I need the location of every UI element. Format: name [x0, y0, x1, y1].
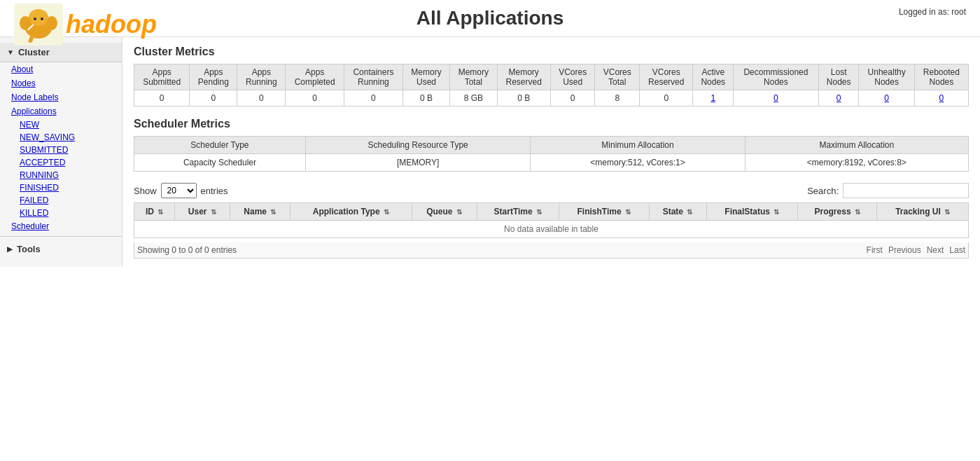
apps-header-cell[interactable]: Application Type ⇅ — [290, 203, 412, 221]
scheduler-header-cell: Scheduling Resource Type — [305, 137, 531, 154]
cluster-label: Cluster — [18, 47, 50, 57]
metrics-value-cell: 1 — [693, 90, 734, 106]
apps-header-cell[interactable]: Queue ⇅ — [412, 203, 477, 221]
datatable-show: Show 10202550100 entries — [134, 183, 228, 198]
sidebar-sub-submitted[interactable]: SUBMITTED — [0, 144, 122, 156]
sidebar-sub-finished[interactable]: FINISHED — [0, 181, 122, 194]
datatable-search: Search: — [807, 183, 969, 198]
sidebar-sub-running[interactable]: RUNNING — [0, 169, 122, 181]
metrics-header-cell: MemoryUsed — [402, 64, 449, 90]
scheduler-header-cell: Minimum Allocation — [531, 137, 745, 154]
metrics-value-link[interactable]: 0 — [939, 93, 944, 103]
hadoop-logo-text: hadoop — [66, 10, 157, 39]
applications-table: ID ⇅User ⇅Name ⇅Application Type ⇅Queue … — [134, 202, 969, 238]
tools-section-header[interactable]: ▶ Tools — [0, 240, 122, 259]
table-footer: Showing 0 to 0 of 0 entries First Previo… — [134, 242, 969, 259]
sidebar-item-nodes[interactable]: Nodes — [0, 76, 122, 90]
metrics-header-cell: RebootedNodes — [914, 64, 968, 90]
apps-header-cell[interactable]: ID ⇅ — [134, 203, 175, 221]
metrics-value-cell: 0 — [914, 90, 968, 106]
metrics-header-cell: DecommissionedNodes — [734, 64, 819, 90]
sort-icon: ⇅ — [774, 208, 779, 216]
metrics-header-cell: VCoresReserved — [640, 64, 693, 90]
apps-header-cell[interactable]: User ⇅ — [175, 203, 230, 221]
metrics-value-link[interactable]: 0 — [836, 93, 841, 103]
sort-icon: ⇅ — [158, 208, 163, 216]
apps-header-row: ID ⇅User ⇅Name ⇅Application Type ⇅Queue … — [134, 203, 969, 221]
scheduler-value-row: Capacity Scheduler[MEMORY]<memory:512, v… — [134, 154, 969, 172]
sidebar-sub-failed[interactable]: FAILED — [0, 194, 122, 207]
pagination-previous[interactable]: Previous — [888, 245, 921, 255]
pagination-last[interactable]: Last — [949, 245, 965, 255]
apps-header-cell[interactable]: Tracking UI ⇅ — [877, 203, 969, 221]
svg-point-6 — [41, 18, 43, 20]
svg-point-2 — [29, 9, 48, 26]
metrics-value-cell: 0 — [190, 90, 237, 106]
search-label: Search: — [807, 186, 839, 196]
showing-text: Showing 0 to 0 of 0 entries — [137, 245, 237, 255]
metrics-value-cell: 0 — [734, 90, 819, 106]
no-data-row: No data available in table — [134, 221, 969, 238]
pagination-buttons: First Previous Next Last — [867, 245, 965, 255]
metrics-value-link[interactable]: 1 — [710, 93, 715, 103]
metrics-value-cell: 0 — [550, 90, 595, 106]
metrics-header-cell: ActiveNodes — [693, 64, 734, 90]
cluster-arrow: ▼ — [7, 48, 14, 56]
pagination-next[interactable]: Next — [927, 245, 944, 255]
cluster-metrics-table: AppsSubmittedAppsPendingAppsRunningAppsC… — [134, 64, 969, 106]
scheduler-metrics-title: Scheduler Metrics — [134, 118, 969, 130]
metrics-value-cell: 0 — [344, 90, 403, 106]
page-header: hadoop All Applications Logged in as: ro… — [0, 0, 980, 37]
scheduler-value-cell: Capacity Scheduler — [134, 154, 306, 172]
no-data-cell: No data available in table — [134, 221, 969, 238]
apps-header-cell[interactable]: Progress ⇅ — [798, 203, 877, 221]
metrics-header-cell: VCoresUsed — [550, 64, 595, 90]
metrics-header-cell: AppsCompleted — [286, 64, 344, 90]
sidebar-sub-new[interactable]: NEW — [0, 118, 122, 131]
sidebar-divider — [0, 236, 122, 237]
hadoop-logo-icon — [14, 4, 63, 46]
sidebar-item-scheduler[interactable]: Scheduler — [0, 219, 122, 233]
metrics-header-cell: AppsRunning — [237, 64, 286, 90]
sidebar-sub-accepted[interactable]: ACCEPTED — [0, 156, 122, 169]
scheduler-value-cell: <memory:8192, vCores:8> — [745, 154, 968, 172]
scheduler-header-cell: Maximum Allocation — [745, 137, 968, 154]
metrics-value-row: 000000 B8 GB0 B08010000 — [134, 90, 969, 106]
metrics-value-cell: 0 — [818, 90, 859, 106]
sidebar-sub-new-saving[interactable]: NEW_SAVING — [0, 131, 122, 144]
apps-header-cell[interactable]: State ⇅ — [649, 203, 706, 221]
tools-label: Tools — [17, 244, 41, 254]
sort-icon: ⇅ — [625, 208, 631, 216]
sidebar-item-applications[interactable]: Applications — [0, 104, 122, 118]
metrics-value-cell: 8 GB — [450, 90, 497, 106]
metrics-value-cell: 0 B — [402, 90, 449, 106]
cluster-section-header[interactable]: ▼ Cluster — [0, 43, 122, 62]
pagination-first[interactable]: First — [867, 245, 883, 255]
tools-arrow: ▶ — [7, 245, 13, 253]
metrics-header-cell: UnhealthyNodes — [859, 64, 914, 90]
apps-header-cell[interactable]: StartTime ⇅ — [477, 203, 559, 221]
sidebar-item-node-labels[interactable]: Node Labels — [0, 90, 122, 104]
sort-icon: ⇅ — [456, 208, 462, 216]
show-label: Show — [134, 186, 157, 196]
scheduler-header-cell: Scheduler Type — [134, 137, 306, 154]
apps-header-cell[interactable]: FinishTime ⇅ — [559, 203, 649, 221]
sort-icon: ⇅ — [211, 208, 216, 216]
svg-point-5 — [34, 18, 36, 20]
sidebar-item-about[interactable]: About — [0, 62, 122, 76]
search-input[interactable] — [843, 183, 969, 198]
apps-header-cell[interactable]: FinalStatus ⇅ — [706, 203, 798, 221]
datatable-controls: Show 10202550100 entries Search: — [134, 183, 969, 198]
metrics-value-link[interactable]: 0 — [774, 93, 778, 103]
layout: ▼ Cluster About Nodes Node Labels Applic… — [0, 37, 980, 267]
scheduler-header-row: Scheduler TypeScheduling Resource TypeMi… — [134, 137, 969, 154]
cluster-metrics-title: Cluster Metrics — [134, 46, 969, 58]
svg-point-4 — [46, 16, 57, 30]
apps-header-cell[interactable]: Name ⇅ — [230, 203, 290, 221]
metrics-value-link[interactable]: 0 — [884, 93, 889, 103]
metrics-header-cell: VCoresTotal — [595, 64, 640, 90]
metrics-value-cell: 0 — [134, 90, 190, 106]
sidebar-sub-killed[interactable]: KILLED — [0, 207, 122, 219]
scheduler-metrics-table: Scheduler TypeScheduling Resource TypeMi… — [134, 136, 969, 172]
entries-select[interactable]: 10202550100 — [161, 183, 197, 198]
